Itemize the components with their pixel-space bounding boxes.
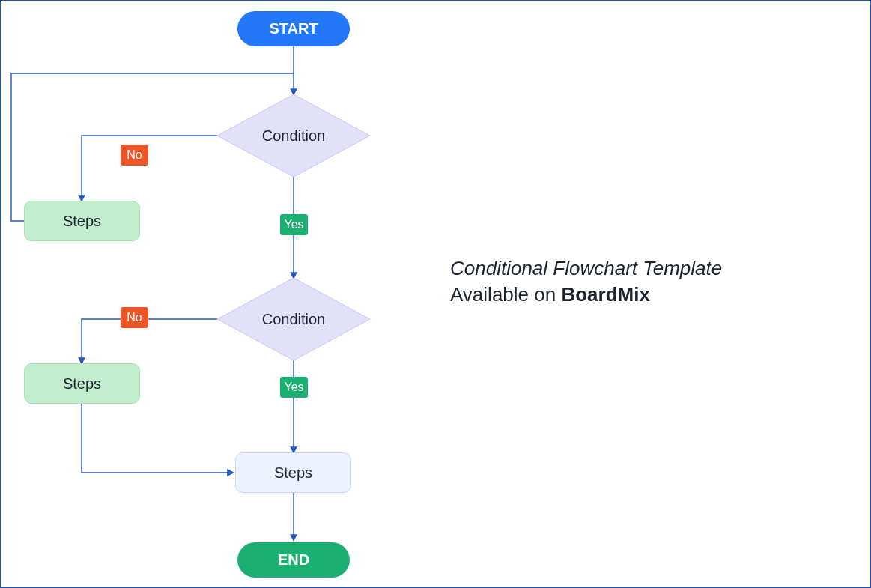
caption-available: Available on	[450, 283, 561, 306]
process-steps-left-1: Steps	[24, 201, 140, 241]
edge-label-yes-1: Yes	[280, 214, 308, 235]
decision-condition-2: Condition	[217, 278, 370, 360]
start-label: START	[269, 20, 318, 37]
process-steps-left-2: Steps	[24, 363, 140, 404]
caption-title: Conditional Flowchart Template	[450, 255, 722, 282]
diagram-canvas: START Condition No Yes Steps Condition N…	[0, 0, 871, 588]
steps-left-2-label: Steps	[63, 375, 101, 392]
end-node: END	[237, 542, 350, 578]
edge-label-no-2: No	[121, 307, 148, 328]
caption-brand: BoardMix	[561, 283, 649, 306]
decision-1-label: Condition	[262, 127, 326, 145]
decision-condition-1: Condition	[217, 94, 370, 177]
steps-left-1-label: Steps	[63, 213, 101, 230]
edge-label-yes-2: Yes	[280, 377, 308, 398]
start-node: START	[237, 11, 350, 46]
steps-main-label: Steps	[274, 464, 312, 482]
caption: Conditional Flowchart Template Available…	[450, 255, 722, 308]
end-label: END	[278, 551, 309, 569]
edge-label-no-1: No	[121, 145, 148, 166]
connectors-layer	[1, 1, 871, 588]
caption-subtitle: Available on BoardMix	[450, 282, 722, 308]
process-steps-main: Steps	[235, 452, 351, 493]
decision-2-label: Condition	[262, 311, 326, 328]
